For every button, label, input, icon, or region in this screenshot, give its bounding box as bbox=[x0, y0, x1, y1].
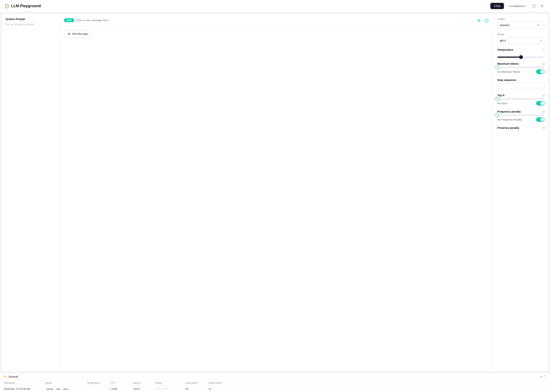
expand-button[interactable]: ⌃ bbox=[540, 375, 546, 378]
row-ttft: 1.136s bbox=[110, 387, 133, 391]
no-frequency-penalty-toggle[interactable] bbox=[536, 117, 544, 122]
temperature-slider-label: 1 bbox=[497, 52, 544, 55]
row-input-tokens: 20 bbox=[186, 387, 208, 391]
col-ttft: TTFT bbox=[110, 382, 133, 384]
presence-penalty-section: Presence penalty 0 bbox=[497, 126, 544, 129]
dropdown-icons: ✕ ⌄ bbox=[537, 24, 542, 27]
row-output-tokens: 12 bbox=[208, 387, 231, 391]
frequency-penalty-slider-container bbox=[497, 115, 544, 116]
max-tokens-slider-track bbox=[497, 67, 544, 68]
project-dropdown[interactable]: General ✕ ⌄ bbox=[497, 22, 544, 28]
temperature-row: Temperature 1 bbox=[497, 48, 544, 51]
theme-icon: ☀ bbox=[541, 4, 543, 8]
table-header: Timestamp Model Temperature TTFT Latency… bbox=[0, 380, 550, 386]
temperature-label: Temperature bbox=[497, 48, 513, 51]
user-badge: USER bbox=[64, 18, 74, 22]
no-frequency-penalty-toggle-row: No Frequency Penalty bbox=[497, 117, 544, 122]
max-tokens-slider-thumb[interactable] bbox=[495, 65, 499, 69]
max-tokens-slider-container bbox=[497, 67, 544, 68]
add-message-icon: ⊕ bbox=[68, 32, 70, 35]
no-frequency-penalty-label: No Frequency Penalty bbox=[497, 118, 522, 121]
max-tokens-row: Maximum tokens 0 bbox=[497, 62, 544, 65]
no-top-p-label: No Top P bbox=[497, 102, 507, 105]
no-top-p-knob bbox=[540, 101, 544, 105]
temperature-slider-thumb[interactable] bbox=[519, 55, 523, 59]
message-row: USER ⊕ bbox=[64, 18, 490, 24]
stop-sequence-label: Stop sequence bbox=[497, 78, 544, 82]
system-prompt-label: System Prompt bbox=[6, 18, 57, 21]
refresh-message-button[interactable] bbox=[484, 18, 490, 24]
top-p-slider-thumb[interactable] bbox=[495, 97, 499, 101]
row-rating: ★★★★★ bbox=[155, 387, 186, 391]
top-p-label: Top P bbox=[497, 94, 505, 97]
model-tag-openai: openai bbox=[45, 387, 54, 391]
model-select[interactable]: gpt-4 gpt-3.5-turbo bbox=[497, 37, 544, 44]
dot-indicator bbox=[540, 376, 542, 378]
message-actions: ⊕ bbox=[476, 18, 490, 24]
top-p-section: Top P 0 No Top P bbox=[497, 94, 544, 105]
chat-panel: USER ⊕ ⊕ Add Message bbox=[60, 14, 493, 371]
col-timestamp: Timestamp bbox=[4, 382, 45, 384]
frequency-penalty-slider-track bbox=[497, 115, 544, 116]
add-message-button[interactable]: ⊕ Add Message bbox=[64, 30, 92, 38]
temperature-slider-container bbox=[497, 56, 544, 58]
col-input-tokens: Input tokens bbox=[186, 382, 208, 384]
system-prompt-placeholder: You are a helpful assistant bbox=[6, 23, 57, 26]
history-icon: 🕐 bbox=[532, 4, 536, 8]
app-logo: 📋 LLM Playground bbox=[5, 4, 41, 8]
frequency-penalty-row: Frequency penalty 0 bbox=[497, 110, 544, 113]
no-max-tokens-label: No Maximum Tokens bbox=[497, 70, 520, 73]
presence-penalty-row: Presence penalty 0 bbox=[497, 126, 544, 129]
col-rating: Rating bbox=[155, 382, 186, 384]
frequency-penalty-section: Frequency penalty 0 No Frequency Penalty bbox=[497, 110, 544, 122]
no-max-tokens-toggle[interactable] bbox=[536, 70, 544, 74]
top-p-slider-container bbox=[497, 98, 544, 99]
presence-penalty-value: 0 bbox=[543, 126, 544, 129]
frequency-penalty-label: Frequency penalty bbox=[497, 110, 521, 113]
top-p-value: 0 bbox=[543, 94, 544, 97]
no-top-p-toggle[interactable] bbox=[536, 101, 544, 105]
row-latency: 1.927s bbox=[133, 387, 155, 391]
row-temperature bbox=[87, 387, 110, 391]
no-max-tokens-toggle-row: No Maximum Tokens bbox=[497, 70, 544, 74]
header-nav: Chat Completions 🕐 ☀ bbox=[490, 3, 545, 9]
nav-chat-button[interactable]: Chat bbox=[490, 3, 504, 9]
bottom-folder-label: General bbox=[8, 375, 18, 378]
model-label: Model bbox=[497, 33, 544, 36]
nav-completions-button[interactable]: Completions bbox=[506, 3, 529, 9]
temperature-slider-fill bbox=[497, 56, 521, 58]
col-output-tokens: Output tokens bbox=[208, 382, 231, 384]
message-input[interactable] bbox=[76, 18, 474, 23]
no-max-tokens-knob bbox=[540, 70, 544, 74]
max-tokens-value: 0 bbox=[543, 63, 544, 65]
bottom-bar-header: 📁 General ⌃ bbox=[0, 373, 550, 380]
temperature-value: 1 bbox=[543, 49, 544, 51]
settings-panel: Project General ✕ ⌄ Model gpt-4 gpt-3.5-… bbox=[493, 14, 548, 371]
col-latency: Latency bbox=[133, 382, 155, 384]
bottom-bar: 📁 General ⌃ Timestamp Model Temperature … bbox=[0, 373, 550, 392]
row-model: openai chat gpt-4 bbox=[45, 387, 87, 391]
presence-penalty-label: Presence penalty bbox=[497, 126, 519, 129]
col-model: Model bbox=[45, 382, 87, 384]
history-button[interactable]: 🕐 bbox=[530, 3, 537, 9]
theme-button[interactable]: ☀ bbox=[539, 3, 545, 9]
max-tokens-section: Maximum tokens 0 No Maximum Tokens bbox=[497, 62, 544, 74]
model-section: Model gpt-4 gpt-3.5-turbo bbox=[497, 33, 544, 44]
frequency-penalty-value: 0 bbox=[543, 110, 544, 113]
folder-icon: 📁 bbox=[4, 375, 7, 378]
project-section: Project General ✕ ⌄ bbox=[497, 18, 544, 28]
temperature-section: Temperature 1 1 bbox=[497, 48, 544, 58]
model-tag-gpt4: gpt-4 bbox=[62, 387, 69, 391]
top-p-row: Top P 0 bbox=[497, 94, 544, 97]
chevron-up-icon: ⌃ bbox=[544, 375, 546, 378]
logo-icon: 📋 bbox=[5, 4, 9, 8]
app-title: LLM Playground bbox=[11, 4, 41, 8]
stop-sequence-section: Stop sequence bbox=[497, 78, 544, 89]
frequency-penalty-slider-thumb[interactable] bbox=[495, 113, 499, 117]
send-message-button[interactable]: ⊕ bbox=[476, 18, 482, 24]
table-row: 5/10/2024, 12:50:36 AM openai chat gpt-4… bbox=[0, 386, 550, 392]
top-p-slider-track bbox=[497, 98, 544, 99]
row-timestamp: 5/10/2024, 12:50:36 AM bbox=[4, 387, 45, 391]
stop-sequence-input[interactable] bbox=[497, 83, 544, 89]
model-tag-chat: chat bbox=[55, 387, 61, 391]
